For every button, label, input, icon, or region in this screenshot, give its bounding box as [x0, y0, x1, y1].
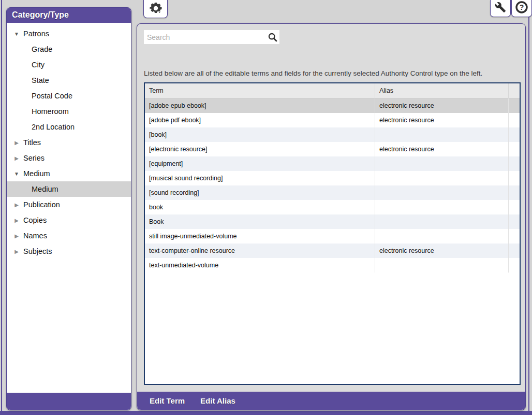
extra-cell [508, 214, 520, 229]
edit-term-button[interactable]: Edit Term [150, 396, 185, 405]
sidebar-item-medium[interactable]: Medium [7, 181, 131, 197]
disclosure-triangle-icon[interactable]: ▶ [13, 233, 20, 239]
table-row[interactable]: text-unmediated-volume [145, 258, 520, 273]
extra-cell [508, 229, 520, 244]
tree-item-label: Medium [23, 169, 50, 178]
alias-cell [375, 214, 508, 229]
alias-cell [375, 200, 508, 214]
sidebar-item-state[interactable]: State [7, 73, 131, 88]
extra-cell [508, 156, 520, 171]
column-header-term[interactable]: Term [145, 83, 375, 98]
tree-item-label: Copies [23, 216, 47, 224]
disclosure-triangle-icon[interactable]: ▼ [13, 171, 20, 177]
sidebar-item-titles[interactable]: ▶ Titles [7, 135, 131, 150]
sidebar-item-series[interactable]: ▶ Series [7, 150, 131, 166]
table-row[interactable]: text-computer-online resource electronic… [145, 244, 520, 258]
alias-cell [375, 127, 508, 142]
table-row[interactable]: [sound recording] [145, 185, 520, 200]
sidebar-item-patrons[interactable]: ▼ Patrons [7, 26, 131, 41]
extra-cell [508, 244, 520, 258]
alias-cell: electronic resource [375, 244, 508, 258]
sidebar-item-copies[interactable]: ▶ Copies [7, 212, 131, 228]
term-cell: [equipment] [145, 156, 375, 171]
table-body: [adobe epub ebook] electronic resource [… [145, 98, 520, 273]
disclosure-triangle-icon[interactable]: ▼ [13, 31, 20, 37]
term-cell: book [145, 200, 375, 214]
table-row[interactable]: [adobe epub ebook] electronic resource [145, 98, 520, 113]
tree-item-label: Postal Code [32, 92, 72, 100]
alias-cell [375, 229, 508, 244]
tree-item-label: Medium [32, 185, 58, 193]
edit-alias-button[interactable]: Edit Alias [200, 396, 235, 405]
sidebar-item-city[interactable]: City [7, 57, 131, 73]
alias-cell: electronic resource [375, 142, 508, 156]
tree-item-label: Series [23, 154, 45, 162]
extra-cell [508, 98, 520, 113]
column-header-extra [508, 83, 520, 98]
table-row[interactable]: [book] [145, 127, 520, 142]
table-row[interactable]: [electronic resource] electronic resourc… [145, 142, 520, 156]
table-row[interactable]: still image-unmediated-volume [145, 229, 520, 244]
disclosure-triangle-icon[interactable]: ▶ [13, 155, 20, 161]
tree-item-label: Patrons [23, 30, 49, 38]
disclosure-triangle-icon[interactable]: ▶ [13, 218, 20, 223]
sidebar-item-names[interactable]: ▶ Names [7, 228, 131, 244]
window-left-border [1, 0, 2, 411]
disclosure-triangle-icon[interactable]: ▶ [13, 140, 20, 146]
sidebar-item-2nd-location[interactable]: 2nd Location [7, 119, 131, 135]
alias-cell [375, 258, 508, 273]
actions-menu-button[interactable] [143, 0, 168, 18]
gear-icon [149, 2, 162, 16]
disclosure-triangle-icon[interactable]: ▶ [13, 202, 20, 208]
term-cell: [book] [145, 127, 375, 142]
sidebar-item-subjects[interactable]: ▶ Subjects [7, 244, 131, 259]
term-cell: Book [145, 214, 375, 229]
tree-item-label: City [32, 61, 45, 69]
table-row[interactable]: [musical sound recording] [145, 171, 520, 185]
search-icon[interactable] [266, 32, 279, 42]
footer-action-bar: Edit Term Edit Alias [137, 392, 525, 410]
extra-cell [508, 171, 520, 185]
search-input[interactable] [144, 33, 266, 41]
extra-cell [508, 113, 520, 127]
term-cell: text-unmediated-volume [145, 258, 375, 273]
alias-cell [375, 156, 508, 171]
window-right-border [528, 0, 529, 411]
category-type-panel: Category/Type ▼ Patrons Grade City State… [6, 7, 131, 410]
help-button[interactable]: ? [511, 0, 532, 17]
panel-description: Listed below are all of the editable ter… [144, 69, 519, 77]
term-cell: [adobe epub ebook] [145, 98, 375, 113]
sidebar-item-publication[interactable]: ▶ Publication [7, 197, 131, 212]
table-row[interactable]: [adobe pdf ebook] electronic resource [145, 113, 520, 127]
disclosure-triangle-icon[interactable]: ▶ [13, 249, 20, 254]
sidebar-item-homeroom[interactable]: Homeroom [7, 104, 131, 119]
extra-cell [508, 142, 520, 156]
search-box [144, 30, 279, 44]
terms-table: Term Alias [adobe epub ebook] electronic… [144, 82, 521, 385]
tree-item-label: State [32, 76, 49, 84]
sidebar-item-medium[interactable]: ▼ Medium [7, 166, 131, 181]
column-header-alias[interactable]: Alias [375, 83, 508, 98]
table-row[interactable]: [equipment] [145, 156, 520, 171]
term-cell: [electronic resource] [145, 142, 375, 156]
tree-item-label: Titles [23, 138, 41, 147]
tree-item-label: Publication [23, 201, 60, 209]
tree-item-label: 2nd Location [32, 123, 75, 131]
sidebar-item-grade[interactable]: Grade [7, 41, 131, 57]
extra-cell [508, 258, 520, 273]
sidebar-footer-bar [7, 393, 131, 410]
tree-item-label: Names [23, 232, 47, 240]
tree-item-label: Homeroom [32, 107, 69, 116]
term-cell: text-computer-online resource [145, 244, 375, 258]
term-cell: still image-unmediated-volume [145, 229, 375, 244]
extra-cell [508, 127, 520, 142]
table-row[interactable]: Book [145, 214, 520, 229]
tree-item-label: Subjects [23, 247, 52, 255]
window-bottom-border [0, 411, 532, 415]
tools-button[interactable] [490, 0, 511, 17]
svg-text:?: ? [520, 3, 524, 11]
sidebar-item-postal-code[interactable]: Postal Code [7, 88, 131, 104]
question-icon: ? [515, 1, 528, 16]
alias-cell: electronic resource [375, 98, 508, 113]
table-row[interactable]: book [145, 200, 520, 214]
